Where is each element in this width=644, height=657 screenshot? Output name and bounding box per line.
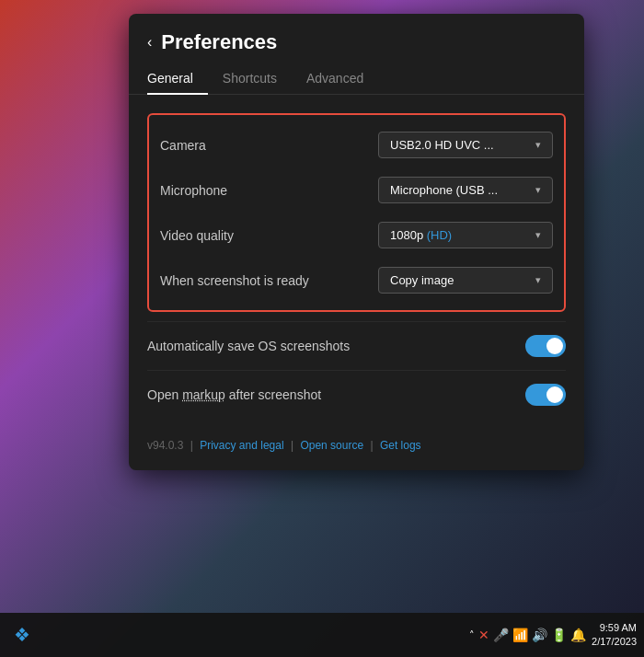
video-quality-value: 1080p (HD): [390, 228, 452, 242]
privacy-legal-link[interactable]: Privacy and legal: [200, 439, 283, 452]
tray-notification-icon: 🔔: [570, 628, 586, 642]
open-markup-label: Open markup after screenshot: [147, 387, 321, 402]
screenshot-ready-dropdown[interactable]: Copy image ▾: [378, 267, 553, 294]
camera-chevron-icon: ▾: [535, 139, 541, 151]
video-quality-dropdown[interactable]: 1080p (HD) ▾: [378, 222, 553, 248]
title-bar: ‹ Preferences: [129, 14, 584, 63]
screenshot-ready-row: When screenshot is ready Copy image ▾: [160, 258, 553, 303]
screenshot-ready-value: Copy image: [390, 273, 454, 287]
tray-battery-icon: 🔋: [551, 628, 567, 642]
video-quality-chevron-icon: ▾: [535, 229, 541, 241]
camera-row: Camera USB2.0 HD UVC ... ▾: [160, 122, 553, 167]
back-button[interactable]: ‹: [147, 34, 152, 51]
clock-time: 9:59 AM: [592, 621, 637, 635]
hd-label: (HD): [427, 228, 452, 242]
taskbar: ❖ ˄ ✕ 🎤 📶 🔊 🔋 🔔 9:59 AM 2/17/2023: [0, 613, 644, 657]
microphone-dropdown[interactable]: Microphone (USB ... ▾: [378, 177, 553, 203]
start-button[interactable]: ❖: [7, 620, 37, 650]
sep-1: |: [190, 439, 193, 452]
tray-chevron-icon[interactable]: ˄: [469, 629, 475, 641]
open-markup-after: after screenshot: [225, 387, 321, 402]
auto-save-label: Automatically save OS screenshots: [147, 339, 350, 353]
highlight-section: Camera USB2.0 HD UVC ... ▾ Microphone Mi…: [147, 113, 566, 312]
tray-wifi-icon: 📶: [512, 628, 528, 642]
open-markup-row: Open markup after screenshot: [147, 370, 566, 419]
camera-dropdown[interactable]: USB2.0 HD UVC ... ▾: [378, 132, 553, 158]
screenshot-ready-chevron-icon: ▾: [535, 274, 541, 286]
start-icon: ❖: [14, 624, 30, 646]
system-tray: ˄ ✕ 🎤 📶 🔊 🔋 🔔: [469, 628, 586, 642]
screenshot-ready-label: When screenshot is ready: [160, 273, 309, 288]
microphone-label: Microphone: [160, 183, 227, 198]
version-label: v94.0.3: [147, 439, 183, 452]
tab-shortcuts[interactable]: Shortcuts: [208, 63, 292, 95]
tray-mic-icon: 🎤: [493, 628, 509, 642]
auto-save-toggle[interactable]: [525, 335, 566, 357]
tab-advanced[interactable]: Advanced: [292, 63, 378, 95]
taskbar-right: ˄ ✕ 🎤 📶 🔊 🔋 🔔 9:59 AM 2/17/2023: [469, 621, 637, 650]
camera-value: USB2.0 HD UVC ...: [390, 138, 494, 152]
system-clock[interactable]: 9:59 AM 2/17/2023: [592, 621, 637, 650]
microphone-chevron-icon: ▾: [535, 184, 541, 196]
tabs-container: General Shortcuts Advanced: [129, 63, 584, 95]
tab-general[interactable]: General: [147, 63, 208, 95]
preferences-window: ‹ Preferences General Shortcuts Advanced…: [129, 14, 584, 470]
sep-2: |: [291, 439, 293, 452]
tray-x-icon: ✕: [478, 628, 489, 642]
footer: v94.0.3 | Privacy and legal | Open sourc…: [129, 428, 584, 452]
content-area: Camera USB2.0 HD UVC ... ▾ Microphone Mi…: [129, 95, 584, 428]
auto-save-row: Automatically save OS screenshots: [147, 321, 566, 370]
tray-volume-icon: 🔊: [532, 628, 547, 642]
open-markup-before: Open: [147, 387, 182, 402]
taskbar-left: ❖: [7, 620, 37, 650]
video-quality-row: Video quality 1080p (HD) ▾: [160, 213, 553, 258]
sep-3: |: [370, 439, 373, 452]
page-title: Preferences: [161, 30, 277, 54]
get-logs-link[interactable]: Get logs: [380, 439, 421, 452]
microphone-row: Microphone Microphone (USB ... ▾: [160, 167, 553, 213]
microphone-value: Microphone (USB ...: [390, 183, 498, 197]
open-markup-toggle[interactable]: [525, 384, 566, 406]
video-quality-label: Video quality: [160, 228, 234, 243]
markup-link: markup: [182, 387, 225, 402]
clock-date: 2/17/2023: [592, 635, 637, 649]
camera-label: Camera: [160, 138, 206, 153]
open-source-link[interactable]: Open source: [300, 439, 363, 452]
